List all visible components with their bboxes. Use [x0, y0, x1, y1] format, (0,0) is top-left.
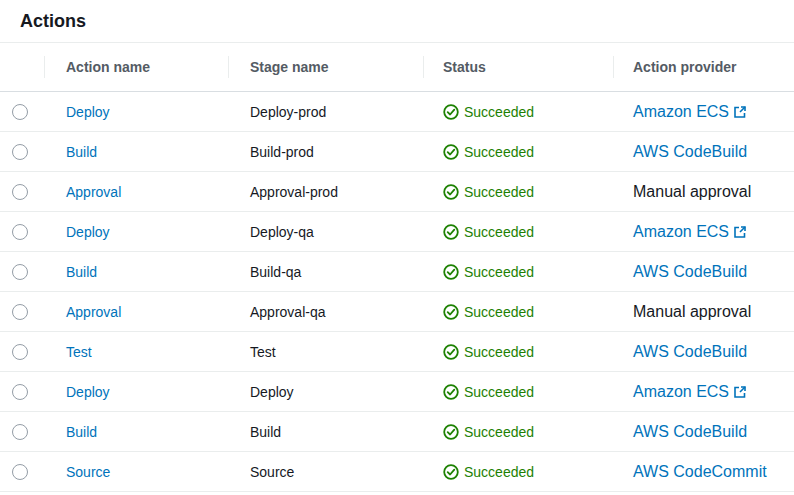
action-name-link[interactable]: Source: [66, 464, 110, 480]
check-circle-icon: [443, 304, 459, 320]
action-name-cell: Deploy: [44, 384, 228, 400]
status-badge: Succeeded: [464, 304, 534, 320]
action-name-link[interactable]: Build: [66, 424, 97, 440]
radio-button[interactable]: [12, 304, 28, 320]
table-row: Deploy Deploy Succeeded Amazon ECS: [0, 372, 794, 412]
column-header-label: Status: [443, 59, 486, 75]
check-circle-icon: [443, 224, 459, 240]
action-name-cell: Test: [44, 344, 228, 360]
status-badge: Succeeded: [464, 224, 534, 240]
radio-button[interactable]: [12, 184, 28, 200]
action-name-link[interactable]: Approval: [66, 304, 121, 320]
action-name-link[interactable]: Deploy: [66, 224, 110, 240]
column-header-action-provider: Action provider: [613, 43, 794, 91]
check-circle-icon: [443, 264, 459, 280]
action-name-cell: Deploy: [44, 104, 228, 120]
action-name-cell: Approval: [44, 184, 228, 200]
action-provider-link[interactable]: AWS CodeBuild: [633, 343, 747, 361]
column-header-status: Status: [423, 43, 613, 91]
table-row: Deploy Deploy-qa Succeeded Amazon ECS: [0, 212, 794, 252]
action-name-cell: Build: [44, 424, 228, 440]
external-link-icon: [734, 226, 746, 238]
table-row: Build Build-prod Succeeded AWS CodeBuild: [0, 132, 794, 172]
action-provider-link[interactable]: Amazon ECS: [633, 223, 729, 241]
row-select-cell: [0, 384, 44, 400]
external-link-icon: [734, 106, 746, 118]
check-circle-icon: [443, 144, 459, 160]
action-provider-cell: Amazon ECS: [613, 103, 794, 121]
radio-button[interactable]: [12, 344, 28, 360]
radio-button[interactable]: [12, 144, 28, 160]
action-provider-link[interactable]: Amazon ECS: [633, 103, 729, 121]
table-row: Deploy Deploy-prod Succeeded Amazon ECS: [0, 92, 794, 132]
radio-button[interactable]: [12, 224, 28, 240]
action-provider-link[interactable]: AWS CodeBuild: [633, 263, 747, 281]
column-header-label: Action name: [66, 59, 150, 75]
status-cell: Succeeded: [423, 304, 613, 320]
action-provider-cell: AWS CodeBuild: [613, 143, 794, 161]
action-provider-cell: AWS CodeCommit: [613, 463, 794, 481]
action-name-link[interactable]: Test: [66, 344, 92, 360]
action-provider-cell: Amazon ECS: [613, 383, 794, 401]
radio-button[interactable]: [12, 384, 28, 400]
radio-button[interactable]: [12, 424, 28, 440]
status-cell: Succeeded: [423, 144, 613, 160]
status-cell: Succeeded: [423, 424, 613, 440]
row-select-cell: [0, 264, 44, 280]
action-name-cell: Approval: [44, 304, 228, 320]
table-row: Test Test Succeeded AWS CodeBuild: [0, 332, 794, 372]
row-select-cell: [0, 104, 44, 120]
action-name-link[interactable]: Approval: [66, 184, 121, 200]
stage-name-cell: Approval-prod: [228, 184, 423, 200]
stage-name-cell: Deploy-qa: [228, 224, 423, 240]
row-select-cell: [0, 424, 44, 440]
status-cell: Succeeded: [423, 344, 613, 360]
status-cell: Succeeded: [423, 224, 613, 240]
check-circle-icon: [443, 424, 459, 440]
status-badge: Succeeded: [464, 184, 534, 200]
column-header-stage-name: Stage name: [228, 43, 423, 91]
status-cell: Succeeded: [423, 184, 613, 200]
action-provider-link[interactable]: AWS CodeBuild: [633, 423, 747, 441]
action-name-link[interactable]: Build: [66, 144, 97, 160]
check-circle-icon: [443, 184, 459, 200]
radio-button[interactable]: [12, 264, 28, 280]
radio-button[interactable]: [12, 464, 28, 480]
action-provider-cell: Manual approval: [613, 303, 794, 321]
stage-name-cell: Build-qa: [228, 264, 423, 280]
row-select-cell: [0, 144, 44, 160]
table-row: Approval Approval-prod Succeeded Manual …: [0, 172, 794, 212]
action-provider-link[interactable]: AWS CodeCommit: [633, 463, 767, 481]
row-select-cell: [0, 304, 44, 320]
stage-name-cell: Test: [228, 344, 423, 360]
row-select-cell: [0, 464, 44, 480]
external-link-icon: [734, 386, 746, 398]
action-provider-cell: Amazon ECS: [613, 223, 794, 241]
action-provider-link[interactable]: Amazon ECS: [633, 383, 729, 401]
status-cell: Succeeded: [423, 384, 613, 400]
action-name-link[interactable]: Deploy: [66, 384, 110, 400]
panel-header: Actions: [0, 0, 794, 43]
action-name-link[interactable]: Build: [66, 264, 97, 280]
column-header-action-name: Action name: [44, 43, 228, 91]
check-circle-icon: [443, 464, 459, 480]
check-circle-icon: [443, 344, 459, 360]
action-name-cell: Build: [44, 264, 228, 280]
table-row: Build Build Succeeded AWS CodeBuild: [0, 412, 794, 452]
column-header-label: Action provider: [633, 59, 736, 75]
action-name-cell: Build: [44, 144, 228, 160]
status-badge: Succeeded: [464, 264, 534, 280]
page-title: Actions: [20, 11, 86, 32]
row-select-cell: [0, 184, 44, 200]
row-select-cell: [0, 344, 44, 360]
action-provider-cell: AWS CodeBuild: [613, 423, 794, 441]
stage-name-cell: Approval-qa: [228, 304, 423, 320]
stage-name-cell: Build-prod: [228, 144, 423, 160]
status-badge: Succeeded: [464, 104, 534, 120]
table-header-row: Action name Stage name Status Action pro…: [0, 43, 794, 92]
action-provider-link[interactable]: AWS CodeBuild: [633, 143, 747, 161]
radio-button[interactable]: [12, 104, 28, 120]
table-row: Source Source Succeeded AWS CodeCommit: [0, 452, 794, 492]
action-name-link[interactable]: Deploy: [66, 104, 110, 120]
status-badge: Succeeded: [464, 384, 534, 400]
